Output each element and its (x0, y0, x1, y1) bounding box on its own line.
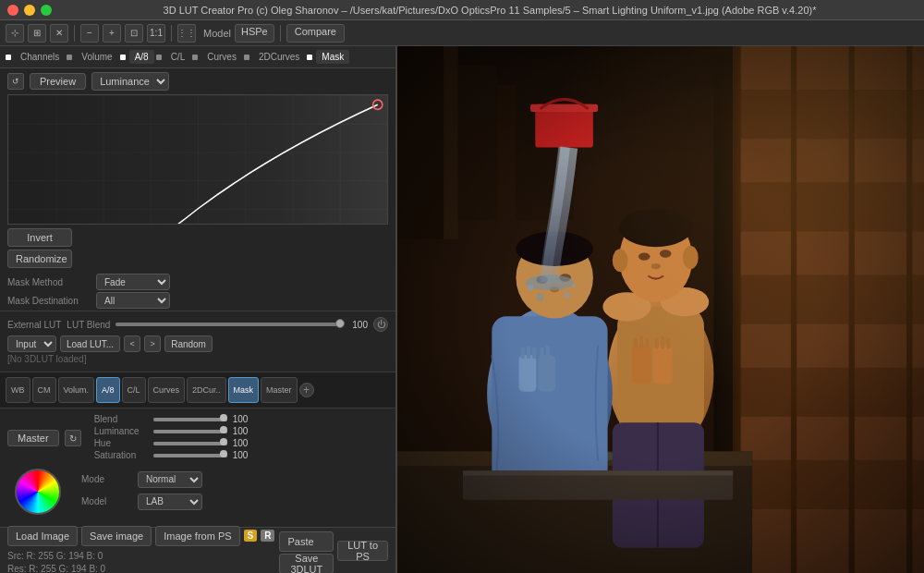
grid2-btn[interactable]: ⋮⋮ (177, 24, 196, 43)
channels-dot (6, 55, 11, 60)
lut-arrow-right[interactable]: > (144, 335, 161, 352)
lut-blend-slider[interactable] (116, 323, 340, 326)
save-image-btn[interactable]: Save image (81, 526, 152, 546)
mask-method-label: Mask Method (7, 277, 91, 287)
src-rgb: Src: R: 255 G: 194 B: 0 (7, 550, 105, 563)
lut-input-select[interactable]: Input (7, 335, 56, 352)
mask-destination-select[interactable]: All (96, 292, 170, 309)
blend-fill (153, 418, 227, 421)
randomize-btn[interactable]: Randomize (7, 250, 72, 268)
load-lut-btn[interactable]: Load LUT... (60, 335, 120, 352)
lut-to-ps-btn[interactable]: LUT to PS (337, 541, 388, 561)
node-cm[interactable]: CM (32, 377, 56, 403)
maximize-button[interactable] (41, 5, 52, 16)
paste-btn[interactable]: Paste (279, 531, 334, 552)
tab-curves[interactable]: Curves (201, 50, 242, 64)
blend-luminance-label: Luminance (94, 426, 148, 436)
cl-dot (156, 55, 162, 60)
node-2dcur[interactable]: 2DCur.. (187, 377, 226, 403)
res-badge: R (261, 530, 274, 542)
a8-dot (120, 55, 126, 60)
tab-volume[interactable]: Volume (76, 50, 117, 64)
lut-blend-label: LUT Blend (67, 320, 110, 330)
blend-saturation-value: 100 (233, 450, 255, 460)
blend-luminance-track[interactable] (153, 430, 227, 433)
traffic-lights (7, 5, 52, 16)
image-from-ps-btn[interactable]: Image from PS (155, 526, 239, 546)
node-cl[interactable]: C/L (122, 377, 146, 403)
blend-blend-row: Blend 100 (94, 414, 388, 424)
close-button[interactable] (7, 5, 18, 16)
saturation-thumb (220, 450, 227, 457)
sep1 (74, 25, 75, 42)
node-pipeline: WB CM Volum. A/8 C/L Curves 2DCur.. Mask… (0, 372, 395, 408)
refresh-btn[interactable]: ↻ (65, 430, 81, 446)
mode-select-row: Mode Normal (81, 471, 202, 488)
close-btn[interactable]: ✕ (50, 24, 68, 43)
node-curves[interactable]: Curves (148, 377, 186, 403)
lut-power-btn[interactable]: ⏻ (373, 317, 388, 332)
reset-curve-btn[interactable]: ↺ (7, 73, 24, 90)
src-badge: S (244, 530, 258, 542)
color-wheel-section (7, 465, 68, 518)
src-info: Src: R: 255 G: 194 B: 0 Res: R: 255 G: 1… (7, 550, 105, 574)
node-a8[interactable]: A/8 (96, 377, 120, 403)
right-panel (397, 46, 924, 573)
node-wb[interactable]: WB (6, 377, 30, 403)
blend-blend-label: Blend (94, 414, 148, 424)
node-mask[interactable]: Mask (228, 377, 260, 403)
tab-2dcurves[interactable]: 2DCurves (253, 50, 305, 64)
actual-size-btn[interactable]: 1:1 (147, 24, 165, 43)
color-wheel (15, 469, 61, 515)
blend-saturation-label: Saturation (94, 450, 148, 460)
fit-btn[interactable]: ⊡ (125, 24, 143, 43)
tab-bar: Channels Volume A/8 C/L Curves 2DCurves … (0, 46, 395, 68)
mode-select[interactable]: HSPe (235, 24, 274, 43)
image-container (397, 46, 924, 573)
tab-channels[interactable]: Channels (15, 50, 65, 64)
mode-label: Mode (81, 474, 132, 484)
node-volum[interactable]: Volum. (58, 377, 95, 403)
bottom-bar: Load Image Save image Image from PS S R … (0, 527, 395, 573)
grid-btn[interactable]: ⊞ (28, 24, 46, 43)
compare-btn[interactable]: Compare (286, 24, 345, 43)
blend-hue-value: 100 (233, 438, 255, 448)
node-master[interactable]: Master (261, 377, 298, 403)
master-btn[interactable]: Master (7, 430, 59, 446)
mode-label: Model (203, 28, 231, 39)
curve-section: ↺ Preview Luminance (0, 68, 395, 311)
blend-saturation-track[interactable] (153, 454, 227, 457)
load-image-btn[interactable]: Load Image (7, 526, 78, 546)
minimize-button[interactable] (24, 5, 35, 16)
master-row: Master ↻ Blend 100 Luminance (7, 414, 388, 462)
luminance-select[interactable]: Luminance (91, 72, 169, 91)
blend-hue-track[interactable] (153, 442, 227, 445)
move-tool-btn[interactable]: ⊹ (6, 24, 24, 43)
lut-arrow-left[interactable]: < (124, 335, 140, 352)
tab-a8[interactable]: A/8 (129, 50, 154, 64)
save-3dlut-btn[interactable]: Save 3DLUT (279, 554, 334, 574)
tab-cl[interactable]: C/L (165, 50, 191, 64)
blend-luminance-row: Luminance 100 (94, 426, 388, 436)
lut-controls-row: Input Load LUT... < > Random (7, 335, 388, 352)
luminance-fill (153, 430, 227, 433)
lut-blend-thumb (335, 319, 345, 328)
tab-mask[interactable]: Mask (316, 50, 349, 64)
sep3 (280, 25, 281, 42)
node-add-btn[interactable]: + (299, 383, 314, 397)
mode-select[interactable]: Normal (138, 471, 202, 488)
zoom-out-btn[interactable]: − (80, 24, 99, 43)
hue-fill (153, 442, 227, 445)
invert-btn[interactable]: Invert (7, 228, 72, 247)
mask-method-select[interactable]: Fade (96, 274, 170, 290)
lut-random-btn[interactable]: Random (164, 335, 213, 352)
model-select[interactable]: LAB (138, 494, 202, 510)
curve-canvas[interactable] (7, 94, 388, 225)
model-select-row: Model LAB (81, 494, 202, 510)
lut-blend-row: External LUT LUT Blend 100 ⏻ (7, 317, 388, 332)
mask-controls: Mask Method Fade Mask Destination All (0, 272, 395, 311)
blend-blend-track[interactable] (153, 418, 227, 421)
zoom-in-btn[interactable]: + (103, 24, 121, 43)
preview-btn[interactable]: Preview (30, 73, 86, 90)
curve-grid-svg (8, 95, 387, 225)
